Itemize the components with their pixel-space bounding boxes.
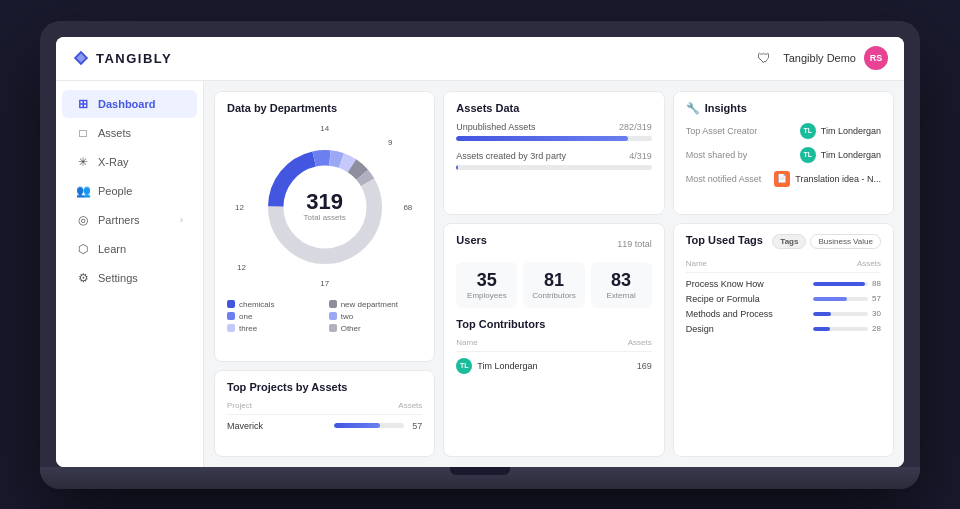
- employees-count: 35: [460, 270, 513, 291]
- donut-center: 319 Total assets: [304, 191, 346, 222]
- insight-value: 📄 Translation idea - N...: [774, 171, 881, 187]
- employees-stat: 35 Employees: [456, 262, 517, 308]
- tag-bar-bg: [813, 282, 868, 286]
- insight-label: Most shared by: [686, 150, 748, 160]
- donut-label-68: 68: [403, 202, 412, 211]
- tag-name: Design: [686, 324, 714, 334]
- tag-bar-area: 88: [813, 279, 881, 288]
- tag-name: Process Know How: [686, 279, 764, 289]
- insight-row-most-notified: Most notified Asset 📄 Translation idea -…: [686, 171, 881, 187]
- project-bar-bg: [334, 423, 404, 428]
- tag-row-0: Process Know How 88: [686, 279, 881, 289]
- contributors-label: Contributors: [527, 291, 580, 300]
- table-row: Maverick 57: [227, 421, 422, 431]
- logo-text: TANGIBLY: [96, 51, 172, 66]
- user-info: Tangibly Demo RS: [783, 46, 888, 70]
- tags-col-assets: Assets: [857, 259, 881, 268]
- asset-icon-box: 📄: [774, 171, 790, 187]
- projects-col-assets: Assets: [398, 401, 422, 410]
- asset-row-count: 282/319: [619, 122, 652, 132]
- tag-buttons: Tags Business Value: [772, 234, 881, 249]
- tag-row-3: Design 28: [686, 324, 881, 334]
- contributors-stat: 81 Contributors: [523, 262, 584, 308]
- sidebar-item-label: Settings: [98, 272, 138, 284]
- tag-row-2: Methods and Process 30: [686, 309, 881, 319]
- progress-bar-bg: [456, 136, 651, 141]
- projects-col-project: Project: [227, 401, 252, 410]
- screen: TANGIBLY 🛡 Tangibly Demo RS ⊞ Dashboard …: [56, 37, 904, 467]
- asset-row-3rdparty: Assets created by 3rd party 4/319: [456, 151, 651, 170]
- contributor-avatar: TL: [800, 147, 816, 163]
- sidebar-item-label: Assets: [98, 127, 131, 139]
- legend-new-dept: new department: [329, 300, 423, 309]
- assets-icon: □: [76, 126, 90, 140]
- project-name: Maverick: [227, 421, 263, 431]
- sidebar: ⊞ Dashboard □ Assets ✳ X-Ray 👥 People ◎: [56, 81, 204, 467]
- tag-count: 28: [872, 324, 881, 333]
- tag-row-1: Recipe or Formula 57: [686, 294, 881, 304]
- legend-dot-other: [329, 324, 337, 332]
- sidebar-item-label: Partners: [98, 214, 140, 226]
- legend-one: one: [227, 312, 321, 321]
- asset-row-label: Assets created by 3rd party: [456, 151, 566, 161]
- dashboard-icon: ⊞: [76, 97, 90, 111]
- tag-name: Methods and Process: [686, 309, 773, 319]
- logo-icon: [72, 49, 90, 67]
- user-name: Tangibly Demo: [783, 52, 856, 64]
- chevron-right-icon: ›: [180, 215, 183, 225]
- header: TANGIBLY 🛡 Tangibly Demo RS: [56, 37, 904, 81]
- learn-icon: ⬡: [76, 242, 90, 256]
- legend-dot-new-dept: [329, 300, 337, 308]
- wrench-icon: 🔧: [686, 102, 700, 115]
- legend-dot-three: [227, 324, 235, 332]
- xray-icon: ✳: [76, 155, 90, 169]
- logo-area: TANGIBLY: [72, 49, 172, 67]
- donut-total-label: Total assets: [304, 213, 346, 222]
- tag-bar-area: 28: [813, 324, 881, 333]
- laptop-notch: [450, 467, 510, 475]
- contributors-table-header: Name Assets: [456, 338, 651, 352]
- business-value-button[interactable]: Business Value: [810, 234, 881, 249]
- sidebar-item-settings[interactable]: ⚙ Settings: [62, 264, 197, 292]
- contributors-col-name: Name: [456, 338, 477, 347]
- user-avatar: RS: [864, 46, 888, 70]
- top-projects-card: Top Projects by Assets Project Assets Ma…: [214, 370, 435, 457]
- sidebar-item-dashboard[interactable]: ⊞ Dashboard: [62, 90, 197, 118]
- sidebar-item-people[interactable]: 👥 People: [62, 177, 197, 205]
- laptop-base: [40, 467, 920, 489]
- assets-data-title: Assets Data: [456, 102, 651, 114]
- project-bar-fill: [334, 423, 380, 428]
- projects-table-header: Project Assets: [227, 401, 422, 415]
- shield-icon: 🛡: [757, 50, 771, 66]
- users-title: Users: [456, 234, 487, 246]
- table-row: TL Tim Londergan 169: [456, 358, 651, 374]
- sidebar-item-learn[interactable]: ⬡ Learn: [62, 235, 197, 263]
- sidebar-item-label: Learn: [98, 243, 126, 255]
- tag-bar-fill: [813, 312, 831, 316]
- asset-row-label: Unpublished Assets: [456, 122, 535, 132]
- tag-name: Recipe or Formula: [686, 294, 760, 304]
- donut-total-number: 319: [304, 191, 346, 213]
- donut-label-14: 14: [320, 124, 329, 133]
- tags-button[interactable]: Tags: [772, 234, 806, 249]
- top-contributors-card: Users 119 total 35 Employees 81: [443, 223, 664, 457]
- tag-count: 57: [872, 294, 881, 303]
- contributor-assets-count: 169: [637, 361, 652, 371]
- sidebar-item-label: People: [98, 185, 132, 197]
- insights-card: 🔧 Insights Top Asset Creator TL Tim Lond…: [673, 91, 894, 215]
- legend-dot-two: [329, 312, 337, 320]
- tags-table-header: Name Assets: [686, 259, 881, 273]
- sidebar-item-partners[interactable]: ◎ Partners ›: [62, 206, 197, 234]
- sidebar-item-assets[interactable]: □ Assets: [62, 119, 197, 147]
- project-assets-count: 57: [412, 421, 422, 431]
- donut-label-12a: 12: [235, 202, 244, 211]
- user-stats: 35 Employees 81 Contributors 83 External: [456, 262, 651, 308]
- sidebar-item-label: X-Ray: [98, 156, 129, 168]
- donut-label-12b: 12: [237, 263, 246, 272]
- insight-row-top-creator: Top Asset Creator TL Tim Londergan: [686, 123, 881, 139]
- insight-label: Top Asset Creator: [686, 126, 758, 136]
- sidebar-item-xray[interactable]: ✳ X-Ray: [62, 148, 197, 176]
- legend-other: Other: [329, 324, 423, 333]
- top-projects-title: Top Projects by Assets: [227, 381, 422, 393]
- legend-two: two: [329, 312, 423, 321]
